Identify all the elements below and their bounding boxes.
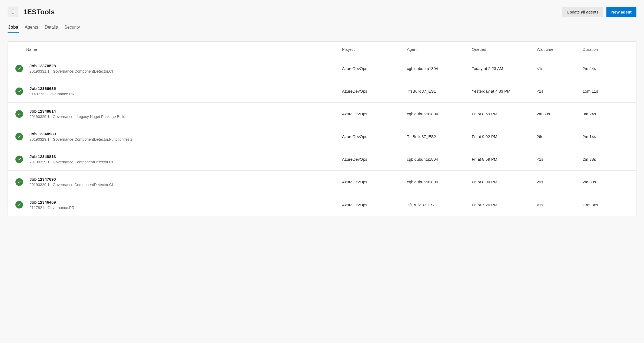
cell-agent: cgbldubuntu1804 [407,180,472,184]
cell-queued: Yesterday at 4:33 PM [472,89,537,93]
cell-duration: 3m 24s [583,112,629,116]
cell-waitTime: <1s [537,66,583,71]
cell-agent: cgbldubuntu1804 [407,157,472,162]
table-header: Name Project Agent Queued Wait time Dura… [8,42,636,57]
table-row[interactable]: Job 1234898920190329.1Governance.Compone… [8,125,636,148]
cell-queued: Today at 2:23 AM [472,66,537,71]
cell-waitTime: <1s [537,89,583,93]
column-agent[interactable]: Agent [407,47,472,52]
tab-jobs[interactable]: Jobs [8,23,19,33]
table-row[interactable]: Job 123464699117821Governance.PRAzureDev… [8,193,636,216]
cell-waitTime: <1s [537,203,583,207]
job-name: Job 12347690 [29,177,342,181]
new-agent-button[interactable]: New agent [606,7,636,17]
cell-queued: Fri at 8:04 PM [472,180,537,184]
table-row[interactable]: Job 1234881420190329.1Governance - Legac… [8,103,636,125]
status-success-icon [15,156,23,163]
job-name: Job 12348989 [29,132,342,136]
cell-project: AzureDevOps [342,180,407,184]
job-build-id: 9143773 [29,92,44,96]
cell-project: AzureDevOps [342,66,407,71]
job-build-id: 20190329.1 [29,160,49,164]
job-pipeline: Governance.PR [48,92,75,96]
job-name: Job 12370528 [29,63,342,68]
cell-queued: Fri at 9:02 PM [472,134,537,139]
job-build-id: 20190329.1 [29,115,49,119]
job-name: Job 12348813 [29,154,342,159]
table-row[interactable]: Job 1237052820190331.1Governance.Compone… [8,57,636,80]
job-subtitle: 20190329.1Governance.ComponentDetector.C… [29,183,342,187]
page-header: 1ESTools Update all agents New agent [8,6,636,17]
table-row[interactable]: Job 1234881320190329.1Governance.Compone… [8,148,636,171]
job-subtitle: 20190329.1Governance.ComponentDetector.F… [29,137,342,142]
status-success-icon [15,65,23,72]
cell-waitTime: 2m 33s [537,112,583,116]
pool-icon [8,6,18,17]
job-subtitle: 20190329.1Governance - Legacy Nuget Pack… [29,115,342,119]
job-subtitle: 9143773Governance.PR [29,92,342,96]
job-build-id: 20190329.1 [29,183,49,187]
status-success-icon [15,133,23,140]
cell-project: AzureDevOps [342,134,407,139]
cell-queued: Fri at 8:59 PM [472,112,537,116]
status-success-icon [15,110,23,118]
cell-waitTime: 26s [537,134,583,139]
cell-duration: 2m 14s [583,134,629,139]
column-project[interactable]: Project [342,47,407,52]
job-build-id: 20190329.1 [29,137,49,142]
cell-project: AzureDevOps [342,89,407,93]
status-success-icon [15,201,23,209]
cell-project: AzureDevOps [342,157,407,162]
job-subtitle: 20190329.1Governance.ComponentDetector.C… [29,160,342,164]
job-build-id: 9117821 [29,206,44,210]
cell-duration: 15m 11s [583,89,629,93]
cell-queued: Fri at 7:26 PM [472,203,537,207]
job-build-id: 20190331.1 [29,69,49,73]
cell-waitTime: 20s [537,180,583,184]
jobs-table: Name Project Agent Queued Wait time Dura… [8,41,636,216]
job-pipeline: Governance.ComponentDetector.CI [53,160,113,164]
update-all-agents-button[interactable]: Update all agents [562,7,603,17]
table-row[interactable]: Job 123666359143773Governance.PRAzureDev… [8,80,636,103]
status-success-icon [15,178,23,186]
cell-agent: cgbldubuntu1804 [407,112,472,116]
job-pipeline: Governance - Legacy Nuget Package Build [53,115,125,119]
job-name: Job 12348814 [29,109,342,113]
tab-bar: JobsAgentsDetailsSecurity [8,23,636,33]
job-pipeline: Governance.PR [48,206,75,210]
cell-queued: Fri at 8:59 PM [472,157,537,162]
job-pipeline: Governance.ComponentDetector.FunctionTes… [53,137,132,142]
column-duration[interactable]: Duration [583,47,629,52]
job-name: Job 12366635 [29,86,342,91]
cell-duration: 2m 44s [583,66,629,71]
column-name[interactable]: Name [26,47,342,52]
cell-project: AzureDevOps [342,112,407,116]
job-pipeline: Governance.ComponentDetector.CI [53,69,113,73]
tab-agents[interactable]: Agents [24,23,39,33]
cell-agent: TfsBuild37_ES1 [407,89,472,93]
cell-agent: TfsBuild37_ES1 [407,203,472,207]
column-queued[interactable]: Queued [472,47,537,52]
cell-waitTime: <1s [537,157,583,162]
cell-duration: 2m 38s [583,157,629,162]
cell-project: AzureDevOps [342,203,407,207]
status-success-icon [15,88,23,95]
cell-duration: 13m 36s [583,203,629,207]
job-subtitle: 20190331.1Governance.ComponentDetector.C… [29,69,342,73]
cell-duration: 2m 30s [583,180,629,184]
cell-agent: TfsBuild37_ES2 [407,134,472,139]
job-name: Job 12346469 [29,200,342,204]
job-subtitle: 9117821Governance.PR [29,206,342,210]
page-title: 1ESTools [23,8,55,16]
column-wait-time[interactable]: Wait time [537,47,583,52]
table-row[interactable]: Job 1234769020190329.1Governance.Compone… [8,171,636,193]
tab-security[interactable]: Security [64,23,81,33]
tab-details[interactable]: Details [44,23,58,33]
cell-agent: cgbldubuntu1804 [407,66,472,71]
job-pipeline: Governance.ComponentDetector.CI [53,183,113,187]
